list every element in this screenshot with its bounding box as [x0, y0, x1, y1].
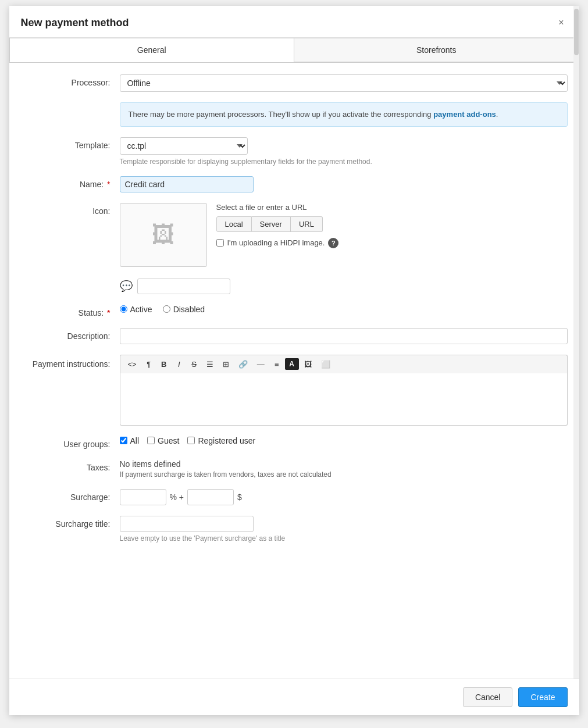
- create-button[interactable]: Create: [518, 687, 567, 707]
- surcharge-title-field-wrapper: Leave empty to use the 'Payment surcharg…: [120, 516, 286, 543]
- upload-url-button[interactable]: URL: [291, 216, 323, 232]
- processor-row: Processor: Offline PayPal Stripe: [21, 74, 568, 92]
- upload-local-button[interactable]: Local: [216, 216, 252, 232]
- taxes-content: No items defined If payment surcharge is…: [120, 459, 332, 479]
- name-required: *: [105, 180, 110, 189]
- taxes-label: Taxes:: [21, 459, 120, 472]
- hidpi-help-icon[interactable]: ?: [328, 238, 338, 248]
- info-text: There may be more payment processors. Th…: [129, 110, 498, 119]
- status-required: *: [105, 308, 110, 317]
- status-disabled-option[interactable]: Disabled: [163, 305, 205, 314]
- toolbar-strike-btn[interactable]: S: [187, 358, 201, 371]
- name-label: Name: *: [21, 176, 120, 189]
- status-row: Status: * Active Disabled: [21, 305, 568, 317]
- taxes-value: No items defined: [120, 459, 332, 469]
- template-field-wrapper: cc.tpl default.tpl Template responsible …: [120, 137, 568, 166]
- editor-area[interactable]: [120, 373, 568, 426]
- modal-footer: Cancel Create: [9, 679, 579, 715]
- upload-server-button[interactable]: Server: [252, 216, 291, 232]
- toolbar-image-btn[interactable]: 🖼: [300, 358, 316, 371]
- scrollbar-thumb: [574, 9, 579, 55]
- user-groups-row: User groups: All Guest Registered user: [21, 436, 568, 449]
- icon-upload-area: Select a file or enter a URL Local Serve…: [216, 203, 568, 267]
- payment-instructions-label: Payment instructions:: [21, 355, 120, 369]
- surcharge-percent-symbol: % +: [170, 493, 184, 502]
- description-input[interactable]: [120, 328, 568, 344]
- surcharge-dollar-input[interactable]: [187, 489, 234, 505]
- toolbar-bold-btn[interactable]: B: [157, 358, 171, 371]
- name-row: Name: *: [21, 176, 568, 192]
- template-label: Template:: [21, 137, 120, 150]
- surcharge-title-help-text: Leave empty to use the 'Payment surcharg…: [120, 534, 286, 543]
- template-row: Template: cc.tpl default.tpl Template re…: [21, 137, 568, 166]
- icon-preview: 🖼: [120, 203, 207, 267]
- icon-upload-title: Select a file or enter a URL: [216, 203, 568, 212]
- form-body: Processor: Offline PayPal Stripe There m…: [9, 63, 579, 599]
- status-disabled-radio[interactable]: [163, 305, 170, 313]
- modal-header: New payment method ×: [9, 6, 579, 38]
- comment-input[interactable]: [137, 279, 230, 294]
- surcharge-percent-input[interactable]: [120, 489, 166, 505]
- toolbar-ol-btn[interactable]: ⊞: [219, 358, 233, 371]
- surcharge-row: Surcharge: % + $: [21, 489, 568, 505]
- toolbar-source-btn[interactable]: <>: [124, 358, 141, 371]
- payment-instructions-row: Payment instructions: <> ¶ B I S ☰ ⊞ 🔗 —…: [21, 355, 568, 426]
- info-box: There may be more payment processors. Th…: [120, 102, 568, 127]
- toolbar-align-btn[interactable]: ≡: [270, 358, 284, 371]
- toolbar-ul-btn[interactable]: ☰: [202, 358, 218, 371]
- comment-icon: 💬: [120, 280, 133, 292]
- status-active-option[interactable]: Active: [120, 305, 152, 314]
- surcharge-title-label: Surcharge title:: [21, 516, 120, 529]
- taxes-help-text: If payment surcharge is taken from vendo…: [120, 470, 332, 479]
- comment-row: 💬: [21, 273, 568, 294]
- status-active-radio[interactable]: [120, 305, 127, 313]
- template-select[interactable]: cc.tpl default.tpl: [120, 137, 248, 155]
- payment-instructions-editor: <> ¶ B I S ☰ ⊞ 🔗 — ≡ A 🖼 ⬜: [120, 355, 568, 426]
- user-group-all-checkbox[interactable]: [120, 437, 127, 444]
- close-button[interactable]: ×: [555, 16, 567, 29]
- tab-general[interactable]: General: [9, 38, 294, 62]
- icon-placeholder-icon: 🖼: [152, 222, 175, 248]
- toolbar-paragraph-btn[interactable]: ¶: [142, 358, 156, 371]
- user-group-registered-checkbox[interactable]: [187, 437, 195, 444]
- user-groups-options: All Guest Registered user: [120, 436, 256, 445]
- user-group-guest-checkbox[interactable]: [147, 437, 155, 444]
- comment-input-row: 💬: [120, 279, 230, 294]
- payment-addons-link[interactable]: payment add-ons: [433, 110, 496, 119]
- processor-label: Processor:: [21, 74, 120, 87]
- toolbar-color-btn[interactable]: A: [285, 358, 299, 370]
- editor-toolbar: <> ¶ B I S ☰ ⊞ 🔗 — ≡ A 🖼 ⬜: [120, 355, 568, 373]
- modal-container: New payment method × General Storefronts…: [9, 6, 579, 715]
- status-label: Status: *: [21, 305, 120, 317]
- cancel-button[interactable]: Cancel: [463, 687, 513, 707]
- tab-storefronts[interactable]: Storefronts: [294, 38, 579, 62]
- user-group-registered-option[interactable]: Registered user: [187, 436, 255, 445]
- hidpi-label[interactable]: I'm uploading a HiDPI image.: [227, 238, 325, 247]
- user-group-guest-option[interactable]: Guest: [147, 436, 179, 445]
- toolbar-link-btn[interactable]: 🔗: [234, 358, 252, 371]
- icon-row: Icon: 🖼 Select a file or enter a URL Loc…: [21, 203, 568, 267]
- description-row: Description:: [21, 328, 568, 344]
- user-groups-label: User groups:: [21, 436, 120, 449]
- modal-title: New payment method: [21, 17, 129, 29]
- name-input[interactable]: [120, 176, 254, 192]
- user-group-all-option[interactable]: All: [120, 436, 140, 445]
- surcharge-inputs: % + $: [120, 489, 242, 505]
- icon-label: Icon:: [21, 203, 120, 216]
- surcharge-title-row: Surcharge title: Leave empty to use the …: [21, 516, 568, 543]
- tabs-container: General Storefronts: [9, 38, 579, 63]
- scrollbar[interactable]: [573, 6, 579, 715]
- status-options: Active Disabled: [120, 305, 205, 314]
- toolbar-table-btn[interactable]: ⬜: [317, 358, 334, 371]
- toolbar-hr-btn[interactable]: —: [253, 358, 269, 371]
- hidpi-row: I'm uploading a HiDPI image. ?: [216, 238, 568, 248]
- surcharge-label: Surcharge:: [21, 489, 120, 502]
- hidpi-checkbox[interactable]: [216, 239, 224, 247]
- icon-section: 🖼 Select a file or enter a URL Local Ser…: [120, 203, 568, 267]
- surcharge-title-input[interactable]: [120, 516, 254, 532]
- processor-select[interactable]: Offline PayPal Stripe: [120, 74, 568, 92]
- description-label: Description:: [21, 328, 120, 341]
- upload-buttons: Local Server URL: [216, 216, 568, 232]
- toolbar-italic-btn[interactable]: I: [172, 358, 186, 371]
- template-help-text: Template responsible for displaying supp…: [120, 158, 568, 166]
